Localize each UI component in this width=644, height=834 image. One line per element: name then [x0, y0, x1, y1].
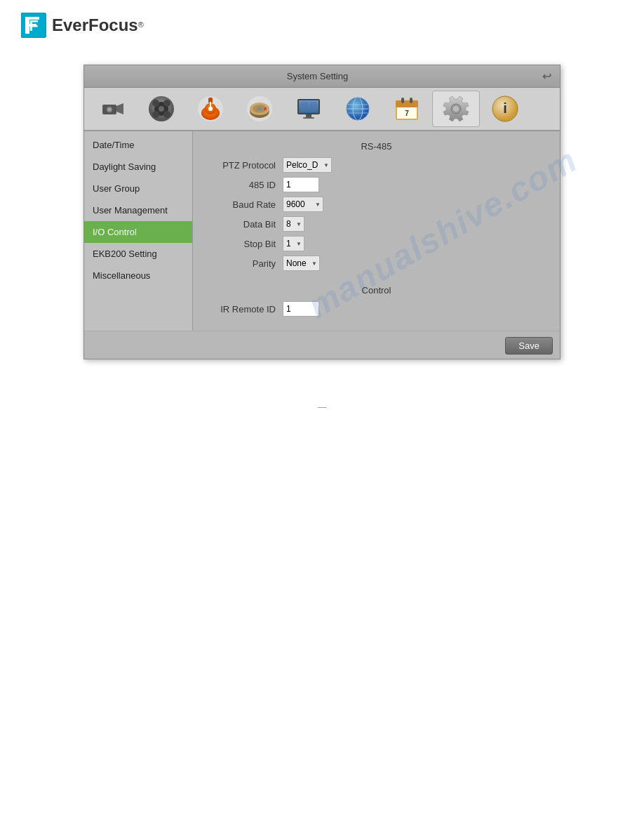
svg-text:i: i	[503, 100, 507, 116]
baud-rate-label: Baud Rate	[206, 199, 283, 210]
parity-select-wrapper[interactable]: None Odd Even	[283, 256, 320, 271]
toolbar-camera-button[interactable]	[88, 91, 136, 127]
baud-rate-select[interactable]: 1200 2400 4800 9600 19200 38400	[283, 197, 323, 212]
sidebar-item-daylight-saving[interactable]: Daylight Saving	[84, 156, 192, 178]
ir-remote-id-row: IR Remote ID	[206, 301, 547, 317]
baud-rate-row: Baud Rate 1200 2400 4800 9600 19200 3840…	[206, 197, 547, 212]
svg-point-12	[152, 100, 159, 107]
system-window: System Setting ↩	[83, 65, 561, 359]
recording-icon	[146, 93, 177, 124]
hdd-icon	[244, 93, 275, 124]
id485-input[interactable]	[283, 177, 319, 192]
logo-area: F EverFocus®	[0, 0, 644, 51]
svg-point-11	[159, 106, 164, 112]
svg-point-27	[264, 107, 267, 110]
toolbar-system-button[interactable]	[432, 91, 480, 127]
svg-rect-33	[310, 102, 317, 107]
ir-remote-id-label: IR Remote ID	[206, 304, 283, 315]
control-section-title: Control	[206, 285, 547, 296]
toolbar-time-button[interactable]: 7	[383, 91, 431, 127]
sidebar-item-date-time[interactable]: Date/Time	[84, 134, 192, 156]
data-bit-select-wrapper[interactable]: 7 8	[283, 216, 304, 232]
id485-label: 485 ID	[206, 180, 283, 190]
camera-icon	[97, 93, 128, 124]
back-button[interactable]: ↩	[542, 70, 551, 83]
logo-brand: EverFocus®	[52, 15, 144, 35]
page-footer: —	[0, 388, 644, 426]
toolbar-recording-button[interactable]	[137, 91, 185, 127]
stop-bit-row: Stop Bit 1 2	[206, 236, 547, 251]
svg-point-49	[453, 106, 459, 112]
ptz-protocol-label: PTZ Protocol	[206, 160, 283, 171]
svg-rect-44	[401, 98, 404, 103]
toolbar-display-button[interactable]	[285, 91, 333, 127]
alarm-icon	[195, 93, 226, 124]
save-bar: Save	[84, 331, 560, 359]
toolbar-hdd-button[interactable]	[236, 91, 283, 127]
title-bar: System Setting ↩	[84, 65, 560, 88]
everfocus-logo-icon: F	[21, 13, 46, 38]
svg-rect-31	[303, 117, 314, 119]
data-bit-label: Data Bit	[206, 219, 283, 230]
id485-row: 485 ID	[206, 177, 547, 192]
sidebar-item-user-management[interactable]: User Management	[84, 199, 192, 221]
parity-row: Parity None Odd Even	[206, 256, 547, 271]
info-icon: i	[490, 93, 521, 124]
svg-text:7: 7	[405, 110, 409, 117]
svg-rect-30	[306, 114, 311, 117]
ptz-protocol-row: PTZ Protocol Pelco_D Pelco_P Ademco Cust…	[206, 157, 547, 173]
svg-rect-21	[210, 102, 211, 107]
svg-point-26	[257, 107, 262, 111]
svg-point-14	[152, 111, 159, 118]
window-title: System Setting	[93, 71, 542, 81]
sidebar: Date/Time Daylight Saving User Group Use…	[84, 131, 193, 331]
parity-select[interactable]: None Odd Even	[283, 256, 320, 271]
svg-point-8	[108, 108, 111, 111]
stop-bit-select[interactable]: 1 2	[283, 236, 304, 251]
ir-remote-id-input[interactable]	[283, 301, 319, 317]
sidebar-item-miscellaneous[interactable]: Miscellaneous	[84, 265, 192, 286]
system-gear-icon	[441, 93, 471, 124]
stop-bit-label: Stop Bit	[206, 239, 283, 249]
rs485-section-title: RS-485	[206, 141, 547, 152]
svg-rect-45	[410, 98, 412, 103]
network-icon	[342, 93, 373, 124]
svg-point-13	[163, 100, 170, 107]
page-content: System Setting ↩	[0, 51, 644, 388]
ptz-protocol-select-wrapper[interactable]: Pelco_D Pelco_P Ademco Custom	[283, 157, 332, 173]
toolbar-info-button[interactable]: i	[481, 91, 529, 127]
svg-point-15	[163, 111, 170, 118]
svg-marker-6	[116, 103, 123, 114]
display-icon	[293, 93, 324, 124]
content-area: Date/Time Daylight Saving User Group Use…	[84, 131, 560, 331]
save-button[interactable]: Save	[505, 337, 553, 355]
sidebar-item-io-control[interactable]: I/O Control	[84, 221, 192, 243]
svg-rect-34	[300, 109, 317, 112]
ptz-protocol-select[interactable]: Pelco_D Pelco_P Ademco Custom	[283, 157, 332, 173]
toolbar-alarm-button[interactable]	[187, 91, 234, 127]
icon-toolbar: 7	[84, 88, 560, 131]
svg-rect-47	[397, 106, 417, 107]
main-panel: manualshive.com RS-485 PTZ Protocol Pelc…	[193, 131, 560, 331]
stop-bit-select-wrapper[interactable]: 1 2	[283, 236, 304, 251]
parity-label: Parity	[206, 258, 283, 269]
toolbar-network-button[interactable]	[334, 91, 382, 127]
data-bit-row: Data Bit 7 8	[206, 216, 547, 232]
sidebar-item-ekb200-setting[interactable]: EKB200 Setting	[84, 243, 192, 265]
svg-rect-32	[300, 102, 309, 107]
baud-rate-select-wrapper[interactable]: 1200 2400 4800 9600 19200 38400	[283, 197, 323, 212]
data-bit-select[interactable]: 7 8	[283, 216, 304, 232]
sidebar-item-user-group[interactable]: User Group	[84, 178, 192, 199]
time-icon: 7	[391, 93, 422, 124]
